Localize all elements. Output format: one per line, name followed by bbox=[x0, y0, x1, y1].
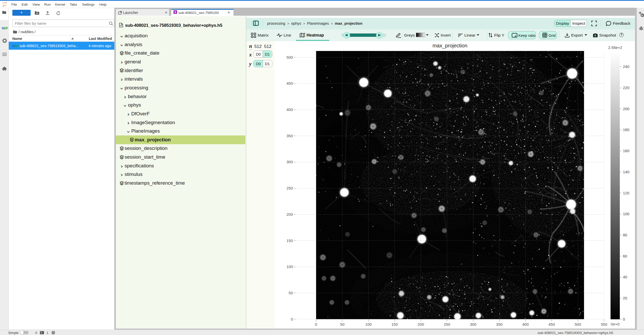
svg-text:DF: DF bbox=[15, 44, 19, 48]
svg-text:H: H bbox=[2, 27, 4, 30]
svg-text:DF: DF bbox=[4, 27, 8, 30]
svg-text:H: H bbox=[12, 44, 15, 48]
